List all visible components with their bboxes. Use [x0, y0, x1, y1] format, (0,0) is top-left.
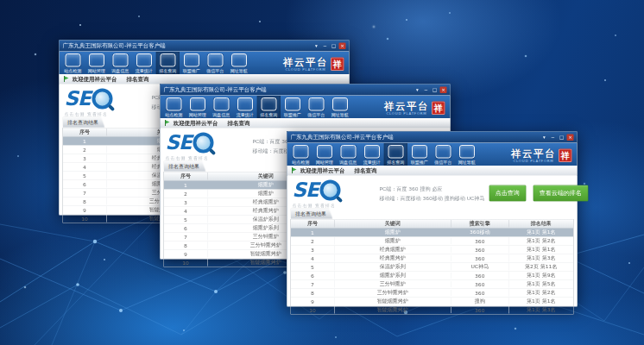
table-row[interactable]: 4 经典熏烤炉 360 第1页 第3名	[291, 254, 573, 263]
toolbar-item-site-nav[interactable]: 网址导航	[455, 143, 479, 166]
seo-logo-text: SE	[293, 181, 319, 199]
toolbar-item-traffic-stats[interactable]: 流量统计	[233, 96, 257, 118]
toolbar-item-site-nav[interactable]: 网址导航	[227, 52, 251, 74]
cell-keyword: 三分钟熏烤炉	[334, 289, 451, 297]
toolbar-item-rank-query[interactable]: 排名查询	[384, 143, 408, 166]
table-row[interactable]: 8 三分钟熏烤炉 360 第1页 第2名	[291, 289, 573, 298]
minimize-button[interactable]: ─	[322, 42, 329, 49]
maximize-button[interactable]: □	[432, 86, 439, 93]
results-tab[interactable]: 排名查询结果	[63, 117, 105, 129]
cell-no: 6	[291, 273, 334, 279]
seo-tagline: 点击右侧 查看排名	[166, 155, 252, 161]
cell-no: 10	[291, 307, 334, 313]
people-icon	[412, 145, 427, 159]
close-button[interactable]: ×	[339, 42, 346, 49]
pc-engines-line: PC端：百度 360 搜狗 必应	[380, 185, 485, 194]
table-row[interactable]: 10 智能烟熏烤炉 360 第1页 第3名	[291, 306, 573, 315]
main-toolbar: 站点检测 网站管理	[161, 96, 451, 119]
close-button[interactable]: ×	[440, 86, 447, 93]
results-tab[interactable]: 排名查询结果	[164, 161, 206, 172]
toolbar-item-site-nav[interactable]: 网址导航	[328, 96, 352, 118]
bar-chart-icon	[261, 97, 276, 111]
table-row[interactable]: 5 保温炉系列 UC神马 第2页 第11名	[291, 263, 573, 272]
toolbar-item-label: 排名查询	[385, 160, 407, 166]
query-button[interactable]: 点击查询	[489, 185, 526, 202]
table-row[interactable]: 6 烟熏炉系列 360 第1页 第9名	[291, 272, 573, 280]
brand-name: 祥云平台	[511, 148, 556, 159]
cell-engine: 360	[451, 281, 508, 287]
skin-button[interactable]: ▾	[313, 42, 320, 49]
speech-bubble-icon	[213, 97, 229, 111]
toolbar-item-site-manage[interactable]: 网站管理	[186, 96, 210, 118]
minimize-button[interactable]: ─	[550, 134, 557, 141]
cell-rank: 第1页 第2名	[508, 289, 573, 297]
toolbar-item-site-check[interactable]: 站点检测	[162, 96, 186, 118]
toolbar-item-alliance-promo[interactable]: 联盟推广	[281, 96, 305, 118]
cell-rank: 第1页 第5名	[508, 280, 573, 288]
header-no: 序号	[164, 172, 207, 180]
cell-keyword: 烟熏炉	[334, 237, 451, 245]
toolbar-item-wechat-platform[interactable]: 微信平台	[432, 143, 456, 166]
toolbar-item-inquiry-info[interactable]: 询盘信息	[109, 52, 133, 74]
cell-engine: UC神马	[451, 263, 508, 271]
cell-no: 2	[164, 191, 207, 197]
toolbar-item-inquiry-info[interactable]: 询盘信息	[337, 143, 361, 166]
view-cloud-rank-button[interactable]: 查看云端的排名	[533, 185, 588, 202]
toolbar-item-alliance-promo[interactable]: 联盟推广	[407, 143, 432, 166]
toolbar-item-traffic-stats[interactable]: 流量统计	[360, 143, 384, 166]
maximize-button[interactable]: □	[331, 42, 338, 49]
table-row[interactable]: 3 经典烟熏炉 360 第1页 第1名	[291, 246, 573, 254]
window-controls: ▾─□×	[541, 134, 574, 141]
cell-no: 1	[63, 138, 106, 144]
table-header-row: 序号 关键词 搜索引擎 排名结果	[291, 220, 573, 229]
toolbar-item-label: 微信平台	[306, 112, 327, 118]
window-titlebar[interactable]: 广东九典王国际有限公司-祥云平台客户端 ▾─□×	[161, 85, 451, 96]
window-titlebar[interactable]: 广东九典王国际有限公司-祥云平台客户端 ▾─□×	[60, 41, 350, 52]
cell-no: 8	[63, 198, 106, 204]
cell-engine: 搜狗	[451, 298, 508, 305]
desktop-background: 广东九典王国际有限公司-祥云平台客户端 ▾─□×	[0, 0, 644, 345]
toolbar-item-wechat-platform[interactable]: 微信平台	[305, 96, 329, 118]
cell-rank: 第1页 第3名	[508, 254, 573, 262]
skin-button[interactable]: ▾	[414, 86, 421, 93]
toolbar-item-rank-query[interactable]: 排名查询	[156, 52, 180, 74]
brand-seal-icon: 祥	[331, 57, 344, 71]
cell-keyword: 经典熏烤炉	[334, 254, 451, 262]
toolbar-item-label: 网址导航	[456, 160, 477, 166]
brand-subtitle: CLOUD PLATFORM	[384, 112, 429, 116]
table-row[interactable]: 1 烟熏炉 360移动 第1页 第1名	[291, 229, 573, 237]
table-row[interactable]: 9 智能烟熏烤炉 搜狗 第1页 第1名	[291, 298, 573, 306]
toolbar-item-inquiry-info[interactable]: 询盘信息	[210, 96, 234, 118]
main-toolbar: 站点检测 网站管理	[60, 52, 350, 75]
close-button[interactable]: ×	[567, 134, 574, 141]
cell-no: 10	[63, 216, 106, 222]
maximize-button[interactable]: □	[559, 134, 565, 141]
toolbar-item-site-check[interactable]: 站点检测	[61, 52, 85, 74]
toolbar-item-alliance-promo[interactable]: 联盟推广	[180, 52, 204, 74]
cell-no: 7	[63, 190, 106, 196]
action-buttons: 点击查询 查看云端的排名	[489, 185, 588, 207]
seo-logo-text: SE	[65, 90, 91, 108]
cell-no: 5	[291, 264, 334, 270]
window-controls: ▾─□×	[313, 42, 346, 49]
magnifier-icon	[319, 180, 340, 201]
table-row[interactable]: 7 三分钟熏炉 360 第1页 第5名	[291, 280, 573, 289]
bar-chart-icon	[388, 145, 403, 159]
window-titlebar[interactable]: 广东九典王国际有限公司-祥云平台客户端 ▾─□×	[287, 132, 578, 143]
toolbar-item-label: 网址导航	[228, 68, 249, 74]
window-controls: ▾─□×	[414, 86, 447, 93]
toolbar-item-site-manage[interactable]: 网站管理	[85, 52, 109, 74]
results-tab[interactable]: 排名查询结果	[291, 209, 333, 220]
table-row[interactable]: 2 烟熏炉 360 第1页 第2名	[291, 237, 573, 246]
toolbar-item-label: 流量统计	[361, 160, 382, 166]
toolbar-item-traffic-stats[interactable]: 流量统计	[132, 52, 156, 74]
table-body: 1 烟熏炉 360移动 第1页 第1名 2 烟熏炉 360 第1页 第2名 3 …	[291, 229, 573, 315]
toolbar-item-rank-query[interactable]: 排名查询	[257, 96, 281, 118]
toolbar-item-wechat-platform[interactable]: 微信平台	[204, 52, 228, 74]
minimize-button[interactable]: ─	[423, 86, 430, 93]
pencil-icon	[166, 97, 181, 111]
toolbar-item-site-manage[interactable]: 网站管理	[313, 143, 337, 166]
welcome-text: 欢迎使用祥云平台	[300, 166, 345, 174]
skin-button[interactable]: ▾	[541, 134, 548, 141]
toolbar-item-site-check[interactable]: 站点检测	[289, 143, 313, 166]
